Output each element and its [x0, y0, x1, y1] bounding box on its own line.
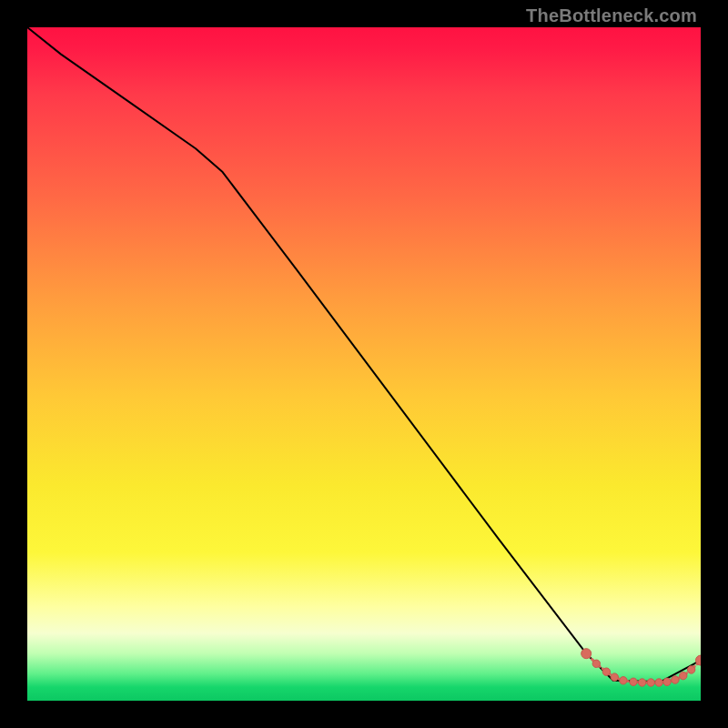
marker-dot	[672, 676, 679, 683]
curve-path	[27, 27, 701, 682]
marker-dot	[592, 660, 600, 667]
chart-curve	[27, 27, 701, 682]
chart-svg-overlay	[27, 27, 701, 701]
watermark-label: TheBottleneck.com	[526, 5, 697, 26]
marker-dot	[620, 677, 627, 684]
marker-dot	[611, 673, 618, 681]
marker-dot	[630, 678, 637, 685]
marker-dot	[581, 649, 592, 659]
marker-dot	[655, 679, 662, 686]
marker-dot	[638, 679, 645, 686]
marker-dot	[663, 678, 671, 685]
marker-dot	[602, 668, 610, 675]
marker-dot	[647, 679, 654, 686]
chart-plot-area	[27, 27, 701, 701]
marker-dot	[680, 672, 687, 679]
marker-dot	[687, 666, 694, 673]
